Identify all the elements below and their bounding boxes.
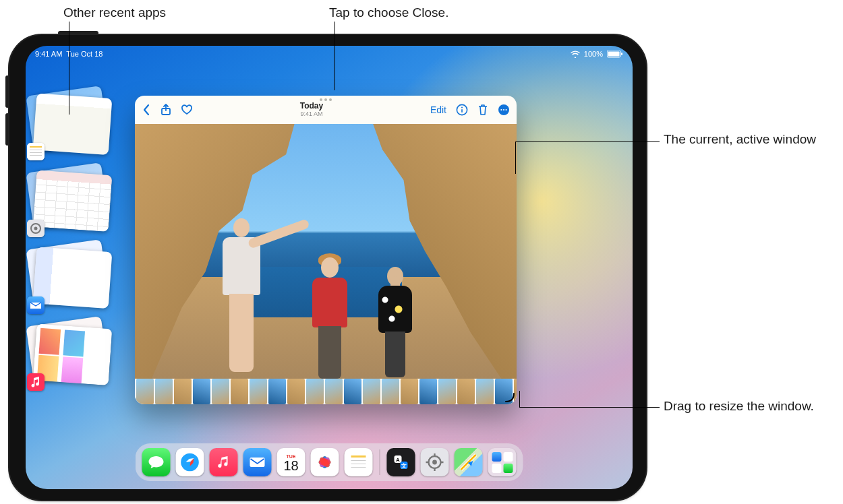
photo-person-2 — [303, 239, 357, 373]
recent-app-mail[interactable] — [32, 245, 116, 310]
svg-rect-6 — [30, 152, 42, 153]
share-button[interactable] — [161, 104, 171, 116]
svg-rect-3 — [27, 143, 45, 160]
status-bar: 9:41 AM Tue Oct 18 100% — [26, 46, 633, 62]
dock-translate-icon[interactable]: A文 — [387, 448, 415, 476]
mail-app-icon — [27, 296, 45, 314]
svg-rect-12 — [27, 373, 45, 391]
svg-rect-5 — [30, 150, 42, 150]
status-time: 9:41 AM — [35, 50, 62, 58]
photo-subtitle: 9:41 AM — [201, 111, 422, 118]
favorite-button[interactable] — [181, 104, 193, 115]
trash-button[interactable] — [477, 104, 488, 116]
svg-rect-34 — [351, 464, 366, 464]
svg-rect-23 — [250, 458, 265, 467]
svg-point-19 — [503, 109, 504, 111]
svg-point-41 — [432, 460, 437, 465]
back-button[interactable] — [142, 104, 151, 116]
info-button[interactable] — [456, 104, 468, 116]
recent-app-calendar[interactable] — [32, 168, 116, 233]
photo-person-1 — [211, 212, 272, 373]
dock-calendar-day: 18 — [283, 459, 298, 472]
callout-resize: Drag to resize the window. — [664, 398, 825, 415]
svg-rect-2 — [621, 53, 622, 55]
dock-messages-icon[interactable] — [142, 448, 171, 476]
dock-app-library-icon[interactable] — [488, 448, 517, 476]
photo-person-3 — [372, 245, 419, 373]
callout-recent-apps: Other recent apps — [63, 4, 166, 22]
music-app-icon — [27, 373, 45, 391]
dock-safari-icon[interactable] — [176, 448, 204, 476]
svg-rect-16 — [461, 109, 463, 113]
svg-rect-4 — [30, 146, 42, 148]
photo-thumbnail-strip[interactable] — [135, 379, 517, 404]
recent-app-notes[interactable] — [32, 92, 116, 156]
dock-calendar-icon[interactable]: TUE 18 — [277, 448, 306, 476]
ipad-device-frame: 9:41 AM Tue Oct 18 100% — [9, 35, 646, 500]
window-grip-handle[interactable] — [320, 98, 332, 101]
dock-music-icon[interactable] — [210, 448, 238, 476]
recent-app-music[interactable] — [32, 322, 116, 387]
recent-apps-strip — [32, 92, 116, 387]
svg-text:A: A — [396, 457, 400, 463]
dock-notes-icon[interactable] — [345, 448, 373, 476]
active-window-photos[interactable]: Today 9:41 AM Edit — [135, 96, 517, 404]
svg-rect-7 — [30, 155, 42, 156]
dock: TUE 18 — [136, 443, 523, 481]
svg-point-18 — [500, 109, 502, 111]
dock-settings-icon[interactable] — [421, 448, 449, 476]
svg-point-20 — [506, 109, 507, 111]
status-date: Tue Oct 18 — [66, 50, 103, 58]
notes-app-icon — [27, 143, 45, 160]
dock-separator — [380, 449, 380, 475]
svg-text:文: 文 — [401, 463, 407, 469]
dock-maps-icon[interactable] — [455, 448, 483, 476]
svg-point-10 — [34, 227, 38, 230]
wifi-icon — [571, 50, 580, 59]
svg-rect-35 — [351, 467, 366, 468]
callout-close: Tap to choose Close. — [329, 4, 448, 22]
photo-content[interactable] — [135, 124, 517, 379]
battery-icon — [607, 50, 623, 59]
photo-title: Today — [201, 102, 422, 111]
callout-active-window: The current, active window — [664, 131, 825, 148]
svg-rect-32 — [351, 455, 366, 458]
edit-button[interactable]: Edit — [430, 104, 446, 115]
svg-rect-33 — [351, 460, 366, 461]
dock-mail-icon[interactable] — [243, 448, 272, 476]
window-resize-handle[interactable] — [503, 391, 515, 403]
more-button[interactable] — [498, 104, 510, 116]
ipad-screen: 9:41 AM Tue Oct 18 100% — [26, 46, 633, 489]
svg-rect-1 — [608, 52, 620, 57]
dock-photos-icon[interactable] — [311, 448, 339, 476]
settings-app-icon — [27, 220, 45, 237]
svg-point-15 — [461, 107, 463, 108]
status-battery-pct: 100% — [584, 50, 603, 58]
